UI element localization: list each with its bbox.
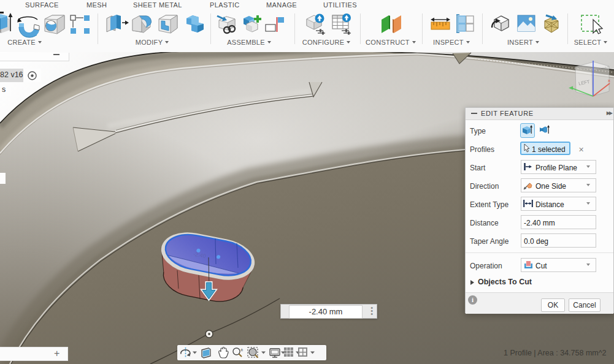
svg-text:x: x bbox=[608, 78, 610, 83]
svg-text:±: ± bbox=[240, 347, 244, 352]
